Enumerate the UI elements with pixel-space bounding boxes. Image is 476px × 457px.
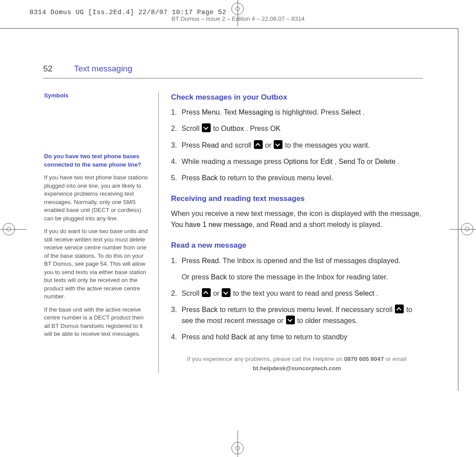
chevron-down-icon — [286, 316, 295, 324]
page-title: Text messaging — [74, 64, 132, 74]
heading-read-new: Read a new message — [171, 240, 423, 251]
heading-receiving: Receiving and reading text messages — [171, 193, 423, 204]
list-item: Press Back to return to the previous men… — [171, 304, 423, 326]
list-item-subpara: Or press Back to store the message in th… — [182, 271, 423, 282]
list-item: While reading a message press Options fo… — [171, 156, 423, 167]
list-item: Press Back to return to the previous men… — [171, 172, 423, 183]
list-item: Press Menu. Text Messaging is highlighte… — [171, 107, 423, 118]
heading-check-outbox: Check messages in your Outbox — [171, 92, 423, 103]
read-new-steps: Press Read. The Inbox is opened and the … — [171, 255, 423, 343]
chevron-down-icon — [222, 288, 231, 297]
sidebar-para: If you have two text phone base stations… — [44, 174, 150, 223]
list-item: Press Read and scroll or to the messages… — [171, 140, 423, 151]
sidebar-question: Do you have two text phone bases connect… — [44, 152, 150, 169]
registration-mark-icon — [220, 431, 255, 457]
helpline-phone: 0870 605 8047 — [344, 356, 384, 362]
registration-mark-icon — [220, 0, 255, 26]
list-item: Press Read. The Inbox is opened and the … — [171, 255, 423, 282]
list-item: Scroll to Outbox . Press OK — [171, 123, 423, 134]
chevron-down-icon — [274, 140, 283, 149]
check-outbox-steps: Press Menu. Text Messaging is highlighte… — [171, 107, 423, 183]
sidebar: Symbols Do you have two text phone bases… — [44, 92, 159, 373]
chevron-up-icon — [254, 140, 263, 149]
list-item: Press and hold Back at any time to retur… — [171, 331, 423, 342]
main-content: Check messages in your Outbox Press Menu… — [159, 92, 423, 373]
page-header: 52 Text messaging — [43, 64, 423, 78]
sidebar-para: If you do want to use two base units and… — [44, 227, 150, 301]
chevron-up-icon — [202, 288, 211, 297]
chevron-down-icon — [202, 123, 211, 132]
receiving-paragraph: When you receive a new text message, the… — [171, 208, 423, 230]
helpline-email: bt.helpdesk@suncorptech.com — [253, 365, 341, 372]
chevron-up-icon — [395, 305, 404, 313]
page-number: 52 — [43, 64, 56, 74]
footer-help: If you experience any problems, please c… — [171, 355, 423, 373]
sidebar-heading-symbols: Symbols — [44, 92, 150, 100]
list-item: Scroll or to the text you want to read a… — [171, 288, 423, 299]
sidebar-para: If the base unit with the active receive… — [44, 306, 150, 338]
page-frame: 52 Text messaging Symbols Do you have tw… — [0, 28, 458, 391]
